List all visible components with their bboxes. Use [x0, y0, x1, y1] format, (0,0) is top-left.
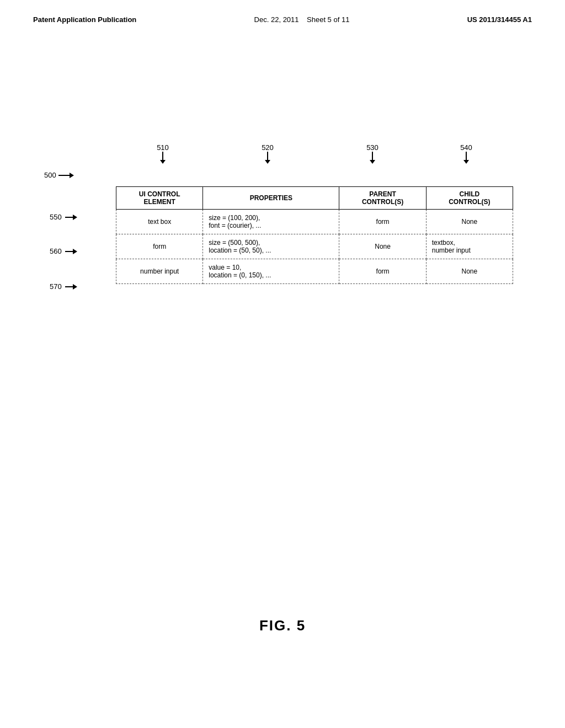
- table-row: number input value = 10,location = (0, 1…: [116, 259, 513, 284]
- header-left: Patent Application Publication: [33, 15, 136, 24]
- row-550-properties: size = (100, 200),font = (courier), ...: [203, 210, 339, 234]
- th-ui-control: UI CONTROLELEMENT: [116, 187, 203, 210]
- row-560-ui-control: form: [116, 234, 203, 259]
- th-parent: PARENTCONTROL(S): [339, 187, 426, 210]
- diagram-main-label: 500: [44, 171, 74, 179]
- data-table: UI CONTROLELEMENT PROPERTIES PARENTCONTR…: [116, 186, 513, 284]
- table-row: form size = (500, 500),location = (50, 5…: [116, 234, 513, 259]
- row-550-ui-control: text box: [116, 210, 203, 234]
- row-560-properties: size = (500, 500),location = (50, 50), .…: [203, 234, 339, 259]
- row-560-child: textbox,number input: [426, 234, 513, 259]
- row-570-ui-control: number input: [116, 259, 203, 284]
- header-right: US 2011/314455 A1: [467, 15, 532, 24]
- row-label-570: 570: [50, 282, 77, 291]
- down-arrow-540: [463, 152, 469, 164]
- col-header-510: 510: [124, 143, 201, 165]
- row-550-child: None: [426, 210, 513, 234]
- page-header: Patent Application Publication Dec. 22, …: [0, 0, 565, 24]
- column-headers-area: 510 520 530 540: [116, 143, 513, 165]
- th-properties: PROPERTIES: [203, 187, 339, 210]
- fig-label: FIG. 5: [259, 617, 306, 634]
- down-arrow-530: [370, 152, 375, 164]
- row-arrow-570: [65, 284, 77, 290]
- row-570-child: None: [426, 259, 513, 284]
- down-arrow-510: [160, 152, 166, 164]
- data-table-wrapper: UI CONTROLELEMENT PROPERTIES PARENTCONTR…: [116, 186, 513, 284]
- main-arrow-icon: [58, 173, 74, 178]
- th-child: CHILDCONTROL(S): [426, 187, 513, 210]
- table-header-row: UI CONTROLELEMENT PROPERTIES PARENTCONTR…: [116, 187, 513, 210]
- row-arrow-550: [65, 215, 77, 220]
- row-570-properties: value = 10,location = (0, 150), ...: [203, 259, 339, 284]
- down-arrow-520: [265, 152, 270, 164]
- col-header-520: 520: [218, 143, 317, 165]
- row-label-560: 560: [50, 247, 77, 255]
- header-center: Dec. 22, 2011 Sheet 5 of 11: [254, 15, 350, 24]
- row-550-parent: form: [339, 210, 426, 234]
- row-label-550: 550: [50, 213, 77, 221]
- col-header-530: 530: [334, 143, 411, 165]
- row-570-parent: form: [339, 259, 426, 284]
- col-header-540: 540: [428, 143, 505, 165]
- row-560-parent: None: [339, 234, 426, 259]
- row-arrow-560: [65, 249, 77, 254]
- table-row: text box size = (100, 200),font = (couri…: [116, 210, 513, 234]
